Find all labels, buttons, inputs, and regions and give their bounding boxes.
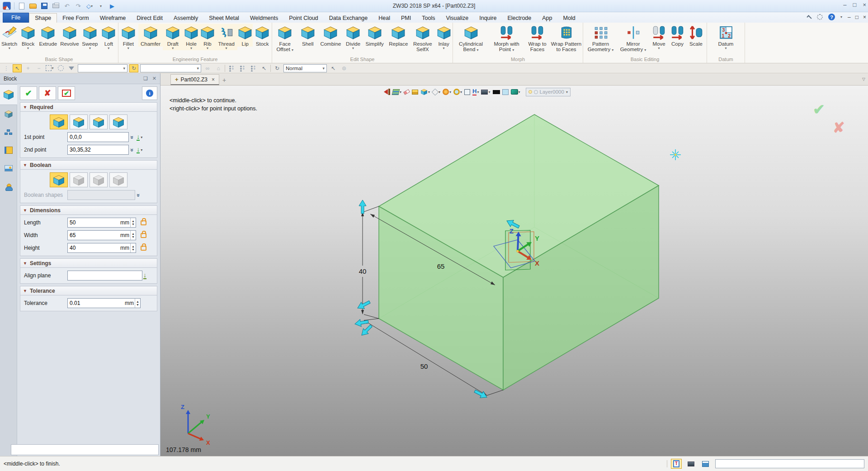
expand-chevron-icon[interactable]: » — [129, 148, 136, 151]
ribbon-item-fillet[interactable]: Fillet▾ — [118, 24, 138, 50]
viewport-ok-button[interactable]: ✔ — [813, 101, 825, 118]
display-mode-icon[interactable]: ▾ — [481, 87, 491, 96]
ribbon-item-hole[interactable]: Hole▾ — [183, 24, 200, 50]
menu-tab-data-exchange[interactable]: Data Exchange — [324, 14, 373, 23]
section-header-dimensions[interactable]: ▼Dimensions — [20, 205, 157, 215]
ribbon-item-shell[interactable]: Shell — [297, 24, 318, 47]
boolean-remove-button[interactable] — [90, 172, 108, 187]
tab-list-dropdown-icon[interactable]: ▽ — [862, 77, 865, 81]
height-stepper[interactable]: ▲▼ — [130, 243, 136, 252]
zoom-window-icon[interactable] — [464, 87, 471, 96]
toolbar-drag-handle[interactable]: ⋮ — [2, 64, 11, 72]
display-style-combo[interactable]: Normal▾ — [283, 64, 327, 72]
ribbon-item-morph-with-point[interactable]: Morph with Point ▾ — [489, 24, 525, 53]
ribbon-item-mirror-geometry[interactable]: Mirror Geometry ▾ — [617, 24, 650, 53]
menu-tab-pmi[interactable]: PMI — [396, 14, 416, 23]
pointer-settings-icon[interactable]: ⊚ — [340, 64, 349, 72]
pick-list-2-icon[interactable] — [238, 64, 247, 72]
ribbon-item-lip[interactable]: Lip — [237, 24, 253, 47]
ribbon-item-cylindrical-bend[interactable]: Cylindrical Bend ▾ — [453, 24, 489, 53]
ribbon-item-thread[interactable]: Thread▾ — [215, 24, 237, 50]
boolean-base-button[interactable] — [50, 172, 68, 187]
face-color-icon[interactable] — [411, 87, 419, 96]
ribbon-item-extrude[interactable]: Extrude — [38, 24, 59, 47]
window-close-button[interactable]: × — [863, 1, 866, 8]
menu-tab-visualize[interactable]: Visualize — [440, 14, 474, 23]
tab-manager[interactable] — [0, 141, 17, 159]
block-type-2points-button[interactable] — [50, 114, 68, 129]
picker-dropdown-icon[interactable]: ▾ — [141, 148, 142, 152]
menu-tab-app[interactable]: App — [537, 14, 557, 23]
block-type-corner-button[interactable] — [90, 114, 108, 129]
collapse-ribbon-icon[interactable] — [807, 15, 811, 20]
menu-tab-inquire[interactable]: Inquire — [474, 14, 502, 23]
ribbon-item-inlay[interactable]: Inlay▾ — [435, 24, 453, 50]
ribbon-item-datum[interactable]: Datum▾ — [715, 24, 737, 50]
picker-dropdown-icon[interactable]: ▾ — [141, 135, 142, 139]
menu-tab-point-cloud[interactable]: Point Cloud — [283, 14, 324, 23]
length-stepper[interactable]: ▲▼ — [130, 218, 136, 227]
toggle-display-button[interactable] — [685, 459, 696, 469]
apply-button[interactable]: ✔ — [58, 86, 75, 100]
tab-block-command[interactable] — [0, 84, 17, 105]
pick-last-icon[interactable]: ↻ — [129, 64, 138, 72]
toggle-output-button[interactable] — [700, 459, 711, 469]
block-type-center-button[interactable] — [70, 114, 88, 129]
window-minimize-button[interactable]: – — [843, 1, 846, 8]
ribbon-item-scale[interactable]: Scale — [687, 24, 706, 47]
menu-tab-file[interactable]: File — [3, 13, 29, 23]
panel-float-icon[interactable]: ❏ — [143, 76, 148, 81]
section-header-tolerance[interactable]: ▼Tolerance — [20, 286, 157, 295]
remove-from-selection-icon[interactable]: − — [34, 64, 43, 72]
width-stepper[interactable]: ▲▼ — [130, 231, 136, 240]
section-header-boolean[interactable]: ▼Boolean — [20, 160, 157, 170]
menu-tab-sheet-metal[interactable]: Sheet Metal — [203, 14, 245, 23]
view-triad[interactable]: Z Y X — [181, 404, 210, 446]
ribbon-item-chamfer[interactable]: Chamfer — [138, 24, 163, 47]
ribbon-item-revolve[interactable]: Revolve — [59, 24, 81, 47]
point1-input[interactable] — [68, 134, 128, 140]
doc-minimize-button[interactable]: – — [848, 14, 851, 20]
cursor-tool-icon[interactable]: ↖ — [259, 64, 269, 72]
ribbon-item-face-offset[interactable]: Face Offset ▾ — [272, 24, 297, 53]
lock-icon[interactable] — [141, 220, 146, 225]
align-plane-input[interactable] — [68, 272, 142, 279]
add-to-selection-icon[interactable]: + — [24, 64, 33, 72]
expand-chevron-icon[interactable]: » — [135, 193, 142, 196]
settings-gear-icon[interactable] — [817, 14, 823, 20]
ribbon-item-resolve-selfx[interactable]: Resolve SelfX — [410, 24, 435, 52]
section-header-settings[interactable]: ▼Settings — [20, 258, 157, 268]
panel-bottom-field[interactable] — [11, 444, 159, 455]
ribbon-item-combine[interactable]: Combine — [318, 24, 343, 47]
tab-visual[interactable] — [0, 159, 17, 177]
tolerance-stepper[interactable]: ▲▼ — [135, 299, 140, 308]
ribbon-item-pattern-geometry[interactable]: Pattern Geometry ▾ — [585, 24, 617, 53]
ribbon-item-wrap-to-faces[interactable]: Wrap to Faces — [525, 24, 550, 52]
ribbon-item-loft[interactable]: Loft▾ — [99, 24, 118, 50]
menu-tab-mold[interactable]: Mold — [558, 14, 581, 23]
ribbon-item-stock[interactable]: Stock — [253, 24, 272, 47]
lock-icon[interactable] — [141, 233, 146, 238]
tolerance-input[interactable] — [68, 300, 125, 306]
point-picker-icon[interactable]: ↓ — [137, 134, 140, 141]
ribbon-item-wrap-pattern-to-faces[interactable]: Wrap Pattern to Faces — [550, 24, 583, 52]
menu-tab-shape[interactable]: Shape — [29, 13, 57, 23]
menu-tab-free-form[interactable]: Free Form — [57, 14, 94, 23]
filter-combo[interactable]: ▾ — [78, 64, 127, 72]
height-input[interactable] — [68, 245, 120, 251]
menu-tab-wireframe[interactable]: Wireframe — [94, 14, 132, 23]
ribbon-item-replace[interactable]: Replace — [387, 24, 410, 47]
ribbon-item-rib[interactable]: Rib▾ — [200, 24, 215, 50]
view-orientation-icon[interactable]: ▾ — [442, 87, 452, 96]
erase-icon[interactable] — [403, 87, 410, 96]
pick-region-icon[interactable]: ▾ — [45, 64, 54, 72]
shaded-display-icon[interactable]: ▾ — [420, 87, 430, 96]
help-dropdown-icon[interactable]: ▾ — [840, 15, 842, 19]
plane-picker-icon[interactable]: ↓ — [143, 272, 146, 279]
material-icon[interactable]: ▾ — [510, 87, 521, 96]
block-type-height-button[interactable] — [109, 114, 127, 129]
entity-combo[interactable]: ▾ — [140, 64, 201, 72]
doc-restore-button[interactable]: □ — [855, 14, 859, 20]
tab-feature-tree[interactable] — [0, 105, 17, 123]
lock-icon[interactable] — [141, 246, 146, 251]
